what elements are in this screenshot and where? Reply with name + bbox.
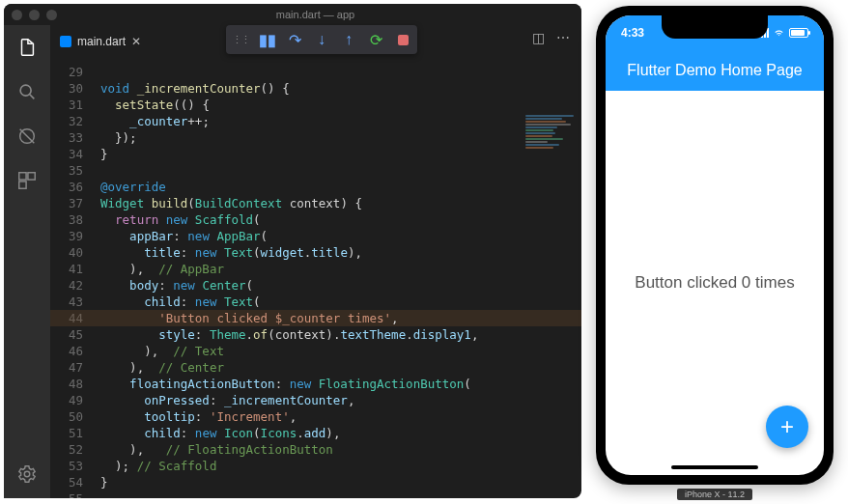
explorer-icon[interactable] (14, 35, 40, 60)
minimize-window-button[interactable] (29, 10, 40, 20)
stop-icon[interactable] (394, 31, 411, 48)
pause-icon[interactable]: ▮▮ (259, 31, 276, 48)
svg-rect-3 (28, 173, 35, 180)
svg-rect-4 (19, 182, 26, 188)
phone-frame: 4:33 Flutter Demo Home Page Button click… (596, 6, 834, 485)
zoom-window-button[interactable] (46, 10, 57, 20)
tab-main-dart[interactable]: main.dart ✕ (50, 25, 151, 58)
line-gutter: 2930313233343536373839404142434445464748… (50, 58, 95, 498)
step-out-icon[interactable]: ↑ (340, 31, 357, 48)
app-bar: Flutter Demo Home Page (606, 50, 824, 91)
extensions-icon[interactable] (14, 168, 40, 193)
editor-actions: ◫ ⋯ (532, 30, 570, 45)
phone-screen: 4:33 Flutter Demo Home Page Button click… (606, 15, 824, 475)
status-time: 4:33 (621, 26, 644, 40)
battery-icon (789, 28, 808, 38)
plus-icon: + (780, 413, 794, 440)
window-title: main.dart — app (57, 9, 574, 20)
debug-toolbar[interactable]: ⋮⋮ ▮▮ ↷ ↓ ↑ ⟳ (226, 25, 417, 54)
editor-area: main.dart ✕ 2930313233343536373839404142… (50, 25, 581, 498)
traffic-lights (12, 10, 57, 20)
counter-text: Button clicked 0 times (635, 273, 794, 293)
svg-point-0 (20, 85, 31, 96)
step-over-icon[interactable]: ↷ (286, 31, 303, 48)
close-tab-icon[interactable]: ✕ (131, 35, 141, 48)
settings-gear-icon[interactable] (14, 462, 40, 487)
titlebar: main.dart — app (4, 4, 581, 25)
svg-rect-2 (19, 173, 26, 180)
search-icon[interactable] (14, 79, 40, 104)
fab-add-button[interactable]: + (766, 406, 808, 448)
wifi-icon (773, 28, 785, 38)
drag-handle-icon[interactable]: ⋮⋮ (232, 31, 249, 48)
step-into-icon[interactable]: ↓ (313, 31, 330, 48)
close-window-button[interactable] (12, 10, 22, 20)
more-actions-icon[interactable]: ⋯ (556, 30, 570, 45)
simulator-panel: 4:33 Flutter Demo Home Page Button click… (581, 0, 848, 504)
split-editor-icon[interactable]: ◫ (532, 30, 545, 45)
svg-point-5 (24, 471, 30, 477)
debug-icon[interactable] (14, 124, 40, 149)
dart-file-icon (60, 36, 71, 47)
vscode-window: main.dart — app ⋮⋮ ▮▮ ↷ ↓ ↑ ⟳ ◫ ⋯ (4, 4, 581, 498)
tab-filename: main.dart (77, 35, 126, 48)
app-bar-title: Flutter Demo Home Page (627, 62, 802, 79)
phone-notch (662, 15, 768, 39)
simulator-label: iPhone X - 11.2 (677, 489, 752, 500)
hot-reload-icon[interactable]: ⟳ (367, 31, 384, 48)
code-content[interactable]: void _incrementCounter() { setState(() {… (95, 58, 581, 498)
code-editor[interactable]: 2930313233343536373839404142434445464748… (50, 58, 581, 498)
activity-bar (4, 25, 50, 498)
home-indicator[interactable] (671, 465, 758, 469)
